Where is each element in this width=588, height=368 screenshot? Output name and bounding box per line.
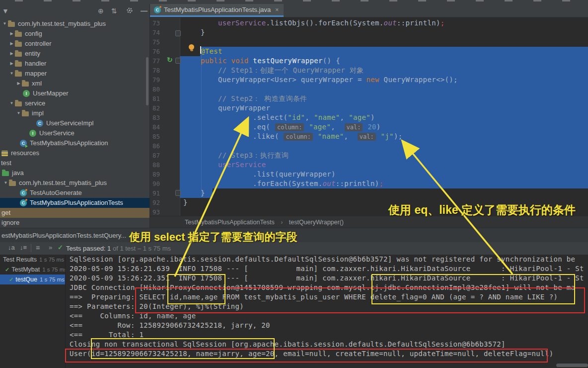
indent-guide	[201, 55, 202, 196]
tree-item-label: resources	[11, 148, 39, 158]
sort-by-duration-icon[interactable]: ↓≡	[20, 244, 27, 251]
chevron-right-icon[interactable]: ▶	[15, 79, 22, 89]
folder-icon	[22, 111, 29, 116]
tree-item-label: service	[25, 98, 45, 108]
run-configuration-tab[interactable]: estMybatisPlusApplicationTests.testQuery…	[1, 228, 134, 243]
code-line-86[interactable]: 86	[150, 141, 588, 151]
code-line-81[interactable]: 81// Step2： 构造查询条件	[150, 94, 588, 103]
code-line-78[interactable]: 78// Step1：创建一个 QueryWrapper 对象	[150, 66, 588, 75]
tree-item-service[interactable]: ▼service	[0, 98, 149, 108]
tree-item-testautogenerate[interactable]: CTestAutoGenerate	[0, 188, 149, 198]
intention-bulb-icon[interactable]	[188, 44, 195, 52]
code-line-90[interactable]: 90.forEach(System.out::println);	[150, 179, 588, 188]
breadcrumb-class[interactable]: TestMybatisPlusApplicationTests	[185, 219, 275, 226]
line-number: 80	[150, 85, 180, 94]
chevron-right-icon[interactable]: ▶	[8, 59, 15, 69]
line-number: 76	[150, 47, 180, 56]
code-line-88[interactable]: 88userService	[150, 160, 588, 170]
folder-icon	[22, 82, 29, 87]
tree-item-testmybatisplusapplicationtests[interactable]: CTestMybatisPlusApplicationTests	[0, 198, 149, 208]
tree-item-label: com.lyh.test.test_mybatis_plus	[18, 19, 106, 29]
expand-all-icon[interactable]: ≡	[36, 244, 40, 252]
code-line-77[interactable]: 77public void testQueryWrapper() {	[150, 56, 588, 66]
code-line-75[interactable]: 75	[150, 37, 588, 47]
annotation-condition-note: 使用 eq、like 定义了需要执行的条件	[388, 202, 576, 218]
tree-item-testmybatisplusapplication[interactable]: CTestMybatisPlusApplication	[0, 138, 149, 148]
tree-item-com-lyh-test-test-mybatis-plus[interactable]: ▼com.lyh.test.test_mybatis_plus	[0, 178, 149, 188]
project-panel-header: ▼ ⊕ ⇅ —	[0, 4, 149, 19]
test-tree-item-testque[interactable]: ✓testQue1 s 75 ms	[0, 275, 65, 284]
code-line-87[interactable]: 87// Step3：执行查询	[150, 151, 588, 160]
test-tree-item-testmybat[interactable]: ✓TestMybat1 s 75 ms	[0, 265, 65, 275]
tab-close-icon[interactable]: ×	[275, 6, 279, 13]
tree-item-ignore[interactable]: ignore	[0, 218, 149, 228]
tree-item-test[interactable]: test	[0, 158, 149, 168]
breadcrumb-method[interactable]: testQueryWrapper()	[289, 219, 344, 226]
code-line-79[interactable]: 79QueryWrapper<User> queryWrapper = new …	[150, 75, 588, 85]
chevron-down-icon[interactable]: ▼	[2, 178, 9, 188]
tree-item-label: TestMybatisPlusApplication	[30, 138, 108, 148]
test-passed-check-icon: ✓	[9, 275, 13, 284]
code-editor[interactable]: 73userService.listObjs().forEach(System.…	[150, 18, 588, 217]
code-line-82[interactable]: 82queryWrapper	[150, 103, 588, 113]
tree-item-label: xml	[32, 79, 42, 89]
collapse-all-icon[interactable]: ⇅	[111, 7, 117, 15]
tree-item-java[interactable]: java	[0, 168, 149, 178]
interface-icon: I	[23, 90, 30, 97]
chevron-down-icon[interactable]: ▼	[1, 19, 8, 29]
sort-alphabetically-icon[interactable]: ↓a	[8, 244, 15, 251]
chevron-right-icon[interactable]: ▶	[8, 29, 15, 39]
code-line-73[interactable]: 73userService.listObjs().forEach(System.…	[150, 18, 588, 28]
fold-marker[interactable]	[175, 30, 181, 36]
editor-tab-active[interactable]: C TestMybatisPlusApplicationTests.java ×	[150, 4, 284, 17]
chevron-down-icon[interactable]: ▼	[15, 108, 22, 118]
code-line-85[interactable]: 85.like( column: "name", val: "j");	[150, 132, 588, 141]
tree-item-userservice[interactable]: IUserService	[0, 128, 149, 138]
tree-item-mapper[interactable]: ▼mapper	[0, 69, 149, 79]
code-line-83[interactable]: 83.select("id", "name", "age")	[150, 113, 588, 122]
code-line-74[interactable]: 74}	[150, 28, 588, 37]
project-dropdown-icon[interactable]: ▼	[2, 7, 9, 15]
tree-item-handler[interactable]: ▶handler	[0, 59, 149, 69]
tree-item-label: com.lyh.test.test_mybatis_plus	[19, 178, 107, 188]
line-number: 75	[150, 37, 180, 47]
project-tree-scrollbar[interactable]	[146, 57, 148, 105]
tree-item-entity[interactable]: ▶entity	[0, 49, 149, 59]
tree-item-label: config	[25, 29, 42, 39]
chevron-right-icon[interactable]: ▶	[8, 39, 15, 49]
tree-item-com-lyh-test-test-mybatis-plus[interactable]: ▼com.lyh.test.test_mybatis_plus	[0, 19, 149, 29]
chevron-down-icon[interactable]: ▼	[8, 98, 15, 108]
tree-item-xml[interactable]: ▶xml	[0, 79, 149, 89]
tree-item-config[interactable]: ▶config	[0, 29, 149, 39]
run-tab-label: estMybatisPlusApplicationTests.testQuery…	[1, 232, 126, 239]
tree-item-impl[interactable]: ▼impl	[0, 108, 149, 118]
code-line-80[interactable]: 80	[150, 85, 588, 94]
fold-marker[interactable]	[175, 58, 181, 64]
gear-icon[interactable]	[126, 7, 133, 15]
test-results-tree: Test Results1 s 75 ms✓TestMybat1 s 75 ms…	[0, 255, 65, 368]
test-tree-item-test-results[interactable]: Test Results1 s 75 ms	[0, 255, 65, 265]
fold-marker[interactable]	[175, 190, 181, 196]
chevron-right-icon[interactable]: ▶	[8, 49, 15, 59]
more-actions-icon[interactable]: »	[49, 244, 52, 251]
tree-item-get[interactable]: get	[0, 208, 149, 218]
test-item-label: TestMybat	[11, 265, 40, 275]
tree-item-usermapper[interactable]: IUserMapper	[0, 89, 149, 98]
tree-item-resources[interactable]: resources	[0, 148, 149, 158]
chevron-down-icon[interactable]: ▼	[8, 69, 15, 79]
folder-icon	[15, 62, 22, 67]
line-number: 78	[150, 66, 180, 75]
tree-item-userserviceimpl[interactable]: CUserServiceImpl	[0, 118, 149, 128]
code-line-76[interactable]: 76@Test	[150, 47, 588, 56]
hide-panel-icon[interactable]: —	[141, 7, 147, 15]
code-line-91[interactable]: 91}	[150, 188, 588, 198]
tree-item-controller[interactable]: ▶controller	[0, 39, 149, 49]
line-number: 82	[150, 103, 180, 113]
console-horizontal-scrollbar[interactable]	[556, 364, 588, 367]
tree-item-label: controller	[25, 39, 51, 49]
test-item-label: testQue	[15, 275, 37, 284]
code-line-84[interactable]: 84.eq( column: "age", val: 20)	[150, 122, 588, 132]
code-line-89[interactable]: 89.list(queryWrapper)	[150, 170, 588, 179]
locate-file-icon[interactable]: ⊕	[98, 7, 104, 15]
run-test-gutter-icon[interactable]: ↻	[167, 56, 173, 64]
